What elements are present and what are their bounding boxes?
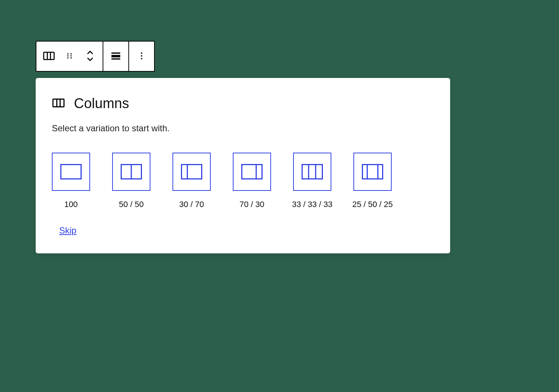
svg-point-3	[67, 53, 68, 54]
svg-point-13	[141, 55, 142, 57]
variation-label: 33 / 33 / 33	[292, 200, 332, 209]
svg-rect-25	[302, 165, 323, 179]
variation-grid: 100 50 / 50 30 / 70 70 / 30 33 / 33 / 33…	[52, 153, 434, 209]
toolbar-group-align	[103, 42, 128, 71]
svg-rect-18	[61, 165, 81, 179]
move-updown-button[interactable]	[80, 46, 100, 67]
svg-point-7	[67, 57, 68, 58]
svg-point-14	[141, 58, 142, 59]
svg-rect-0	[44, 52, 54, 60]
variation-preview	[112, 153, 150, 191]
drag-handle-icon	[65, 51, 74, 62]
variation-option[interactable]: 100	[52, 153, 90, 209]
svg-point-4	[71, 53, 72, 54]
panel-title: Columns	[74, 96, 129, 111]
variation-option[interactable]: 70 / 30	[233, 153, 271, 209]
panel-subtitle: Select a variation to start with.	[52, 123, 434, 133]
more-options-button[interactable]	[131, 46, 152, 67]
block-type-button[interactable]	[39, 46, 59, 67]
variation-label: 70 / 30	[239, 200, 264, 209]
align-button[interactable]	[106, 46, 126, 67]
block-toolbar	[36, 41, 155, 72]
variation-label: 50 / 50	[119, 200, 143, 209]
columns-placeholder-panel: Columns Select a variation to start with…	[36, 78, 450, 253]
svg-point-12	[141, 52, 142, 54]
svg-rect-10	[111, 55, 120, 57]
svg-rect-28	[363, 165, 383, 179]
svg-point-6	[71, 55, 72, 56]
columns-icon	[43, 50, 55, 63]
align-wide-icon	[110, 50, 122, 63]
svg-rect-23	[242, 165, 262, 179]
panel-header: Columns	[52, 96, 434, 111]
chevron-up-down-icon	[85, 49, 96, 64]
variation-preview	[353, 153, 392, 191]
variation-option[interactable]: 30 / 70	[172, 153, 211, 209]
variation-option[interactable]: 33 / 33 / 33	[293, 153, 331, 209]
variation-preview	[172, 153, 211, 191]
more-vertical-icon	[137, 51, 146, 62]
drag-handle-button[interactable]	[59, 46, 80, 67]
columns-icon	[52, 96, 65, 111]
svg-rect-9	[111, 52, 120, 53]
variation-preview	[52, 153, 90, 191]
variation-preview	[293, 153, 331, 191]
svg-point-8	[71, 57, 72, 58]
variation-option[interactable]: 50 / 50	[112, 153, 150, 209]
svg-rect-15	[53, 99, 64, 107]
svg-point-5	[67, 55, 68, 56]
toolbar-group-identity	[36, 42, 103, 71]
skip-link[interactable]: Skip	[59, 225, 76, 236]
toolbar-group-more	[128, 42, 154, 71]
variation-option[interactable]: 25 / 50 / 25	[353, 153, 392, 209]
variation-preview	[233, 153, 271, 191]
svg-rect-11	[111, 58, 120, 59]
variation-label: 30 / 70	[179, 200, 204, 209]
svg-rect-21	[182, 165, 202, 179]
variation-label: 25 / 50 / 25	[352, 200, 393, 209]
variation-label: 100	[64, 200, 78, 209]
